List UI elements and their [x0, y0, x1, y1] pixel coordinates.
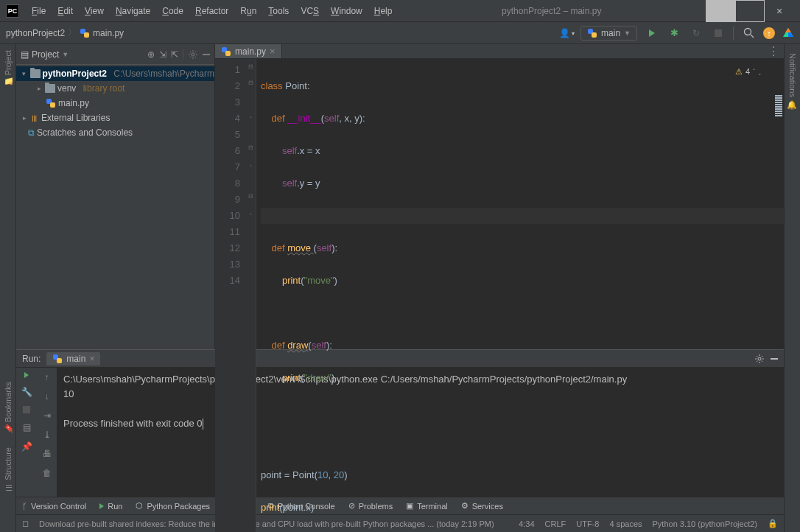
- close-button[interactable]: ×: [765, 0, 794, 22]
- title-bar: PC File Edit View Navigate Code Refactor…: [0, 0, 800, 22]
- fold-gutter[interactable]: ⊟⊟⌞⊟⌞⊟⌞: [246, 59, 256, 532]
- editor-tabs: main.py × ⋮: [215, 44, 784, 59]
- tool-project[interactable]: 📁 Project: [3, 47, 13, 90]
- project-tree[interactable]: ▾ pythonProject2 C:\Users\mshah\Pycharm …: [16, 65, 214, 349]
- branch-icon: ᚴ: [22, 502, 27, 511]
- scroll-to-end-icon[interactable]: ⤓: [43, 430, 51, 440]
- run-icon: [99, 503, 104, 509]
- tool-python-packages[interactable]: ⬡Python Packages: [136, 501, 210, 511]
- python-file-icon: [221, 46, 231, 57]
- layout-icon[interactable]: ▤: [23, 422, 31, 433]
- soft-wrap-icon[interactable]: ⇥: [43, 410, 51, 421]
- tool-settings-icon[interactable]: 🔧: [21, 387, 32, 397]
- run-tab-main[interactable]: main ×: [46, 352, 100, 365]
- window-title: pythonProject2 – main.py: [397, 6, 706, 16]
- editor-tab-label: main.py: [235, 46, 266, 57]
- run-button[interactable]: [645, 26, 659, 41]
- inspection-widget[interactable]: ⚠ 4 ˆˬ: [735, 63, 762, 80]
- menu-edit[interactable]: Edit: [52, 3, 78, 19]
- menu-window[interactable]: Window: [326, 3, 368, 19]
- breadcrumb-project[interactable]: pythonProject2: [6, 28, 65, 38]
- print-icon[interactable]: 🖶: [43, 449, 52, 459]
- expand-all-icon[interactable]: ⇲: [159, 49, 166, 60]
- more-icon[interactable]: ⋮: [768, 44, 779, 58]
- tree-node-scratches[interactable]: ⧉ Scratches and Consoles: [16, 125, 214, 140]
- tree-node-mainpy[interactable]: main.py: [16, 96, 214, 111]
- menu-navigate[interactable]: Navigate: [110, 3, 155, 19]
- menu-vcs[interactable]: VCS: [295, 3, 324, 19]
- code-with-me-icon[interactable]: 👤: [559, 28, 573, 38]
- debug-button[interactable]: ✱: [667, 26, 681, 41]
- stop-button[interactable]: [711, 26, 726, 41]
- library-icon: ⫼: [30, 113, 39, 123]
- run-coverage-button[interactable]: ↻: [689, 26, 703, 41]
- collapse-all-icon[interactable]: ⇱: [171, 49, 178, 60]
- folder-icon: ▤: [21, 49, 29, 60]
- main-menu: File Edit View Navigate Code Refactor Ru…: [27, 3, 397, 19]
- svg-point-0: [744, 29, 751, 35]
- warning-icon: ⚠: [735, 63, 743, 80]
- rerun-button[interactable]: [24, 372, 29, 378]
- tool-windows-icon[interactable]: ◻: [22, 519, 29, 528]
- hide-button[interactable]: [203, 54, 210, 55]
- tree-node-project-root[interactable]: ▾ pythonProject2 C:\Users\mshah\Pycharm: [16, 66, 214, 81]
- breadcrumb: pythonProject2 〉 main.py: [6, 27, 124, 39]
- chevron-down-icon[interactable]: ▼: [62, 51, 69, 58]
- menu-view[interactable]: View: [80, 3, 109, 19]
- scratches-icon: ⧉: [28, 127, 35, 138]
- editor: main.py × ⋮ 1234567891011121314 ⊟⊟⌞⊟⌞⊟⌞ …: [215, 44, 784, 349]
- project-tool-window: ▤ Project ▼ ⊕ ⇲ ⇱: [16, 44, 215, 349]
- minimize-button[interactable]: [706, 0, 735, 22]
- pin-icon[interactable]: 📌: [21, 441, 32, 452]
- tool-run[interactable]: Run: [99, 502, 122, 511]
- editor-tab-mainpy[interactable]: main.py ×: [215, 44, 282, 58]
- python-file-icon: [52, 354, 63, 364]
- clear-icon[interactable]: 🗑: [43, 468, 52, 478]
- jetbrains-toolbox-icon[interactable]: [782, 27, 794, 39]
- run-panel-label: Run:: [22, 354, 41, 364]
- right-tool-stripe: Notifications 🔔: [784, 44, 800, 532]
- maximize-button[interactable]: [735, 0, 765, 22]
- up-icon[interactable]: ↑: [45, 372, 49, 382]
- breadcrumb-file[interactable]: main.py: [93, 28, 124, 38]
- project-panel-title: Project: [32, 49, 59, 60]
- navigation-bar: pythonProject2 〉 main.py 👤 main ▼ ✱ ↻ ↑: [0, 22, 800, 44]
- search-everywhere-button[interactable]: [741, 26, 756, 41]
- run-config-selector[interactable]: main ▼: [580, 26, 637, 41]
- python-file-icon: [46, 98, 56, 108]
- tool-bookmarks[interactable]: 🔖 Bookmarks: [3, 379, 13, 437]
- svg-point-2: [192, 53, 194, 56]
- select-opened-file-icon[interactable]: ⊕: [147, 49, 155, 60]
- app-icon: PC: [6, 4, 19, 18]
- python-file-icon: [80, 28, 90, 38]
- close-tab-icon[interactable]: ×: [270, 46, 276, 57]
- stop-button[interactable]: [23, 406, 30, 413]
- folder-icon: [30, 69, 41, 78]
- run-config-name: main: [601, 28, 620, 38]
- menu-file[interactable]: File: [27, 3, 51, 19]
- tool-structure[interactable]: ☰ Structure: [3, 444, 13, 495]
- code-area[interactable]: class Point: def __init__(self, x, y): s…: [256, 59, 784, 532]
- python-file-icon: [587, 28, 597, 38]
- menu-code[interactable]: Code: [157, 3, 189, 19]
- down-icon[interactable]: ↓: [45, 391, 49, 402]
- menu-help[interactable]: Help: [369, 3, 398, 19]
- left-tool-stripe: 📁 Project 🔖 Bookmarks ☰ Structure: [0, 44, 16, 532]
- menu-refactor[interactable]: Refactor: [190, 3, 234, 19]
- settings-icon[interactable]: [188, 49, 198, 60]
- package-icon: ⬡: [136, 501, 143, 511]
- menu-run[interactable]: Run: [235, 3, 262, 19]
- error-stripe[interactable]: [775, 62, 782, 150]
- line-number-gutter: 1234567891011121314: [215, 59, 246, 532]
- menu-tools[interactable]: Tools: [263, 3, 294, 19]
- folder-icon: [45, 84, 55, 93]
- tree-node-external-libraries[interactable]: ▸⫼ External Libraries: [16, 111, 214, 125]
- ide-updates-icon[interactable]: ↑: [763, 27, 775, 39]
- svg-line-1: [751, 35, 754, 38]
- tool-version-control[interactable]: ᚴVersion Control: [22, 502, 86, 511]
- tree-node-venv[interactable]: ▸ venv library root: [16, 81, 214, 96]
